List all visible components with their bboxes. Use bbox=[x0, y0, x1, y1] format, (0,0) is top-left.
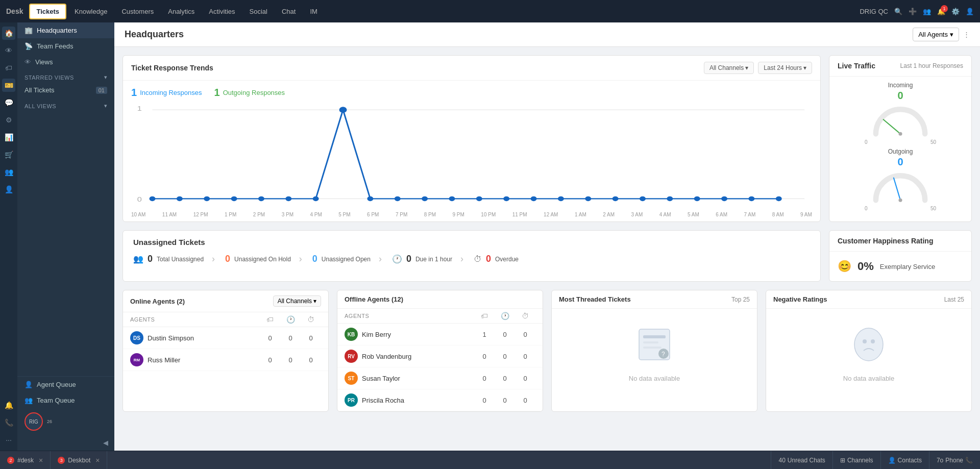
outgoing-gauge: Outgoing 0 0 50 bbox=[838, 147, 963, 211]
svg-point-28 bbox=[899, 132, 902, 136]
contacts-icon: 👤 bbox=[888, 457, 896, 464]
nav-activities[interactable]: Activities bbox=[203, 5, 241, 18]
online-agents-header: Online Agents (2) All Channels ▾ bbox=[123, 290, 328, 312]
online-agents-table: AGENTS 🏷 🕐 ⏱ DS Dustin Simpson 0 0 bbox=[123, 312, 328, 371]
channels-item[interactable]: ⊞ Channels bbox=[832, 451, 880, 470]
user-name[interactable]: DRIG QC bbox=[860, 8, 888, 15]
tickets-icon[interactable]: 🎫 bbox=[2, 79, 15, 92]
tag-icon[interactable]: 🏷 bbox=[2, 61, 15, 75]
bottom-chat-bars: 2 #desk × 3 Deskbot × 40 Unread Chats ⊞ … bbox=[0, 451, 980, 469]
happiness-header: Customer Happiness Rating bbox=[829, 231, 971, 252]
all-views-header[interactable]: ALL VIEWS ▾ bbox=[17, 98, 114, 111]
offline-agents-title: Offline Agents (12) bbox=[345, 295, 403, 303]
agent-stat-3: 0 bbox=[515, 331, 535, 338]
contacts-item[interactable]: 👤 Contacts bbox=[880, 451, 929, 470]
all-tickets-item[interactable]: All Tickets 01 bbox=[24, 84, 107, 96]
agent-name: Rob Vandenburg bbox=[362, 353, 411, 360]
all-channels-btn[interactable]: All Channels ▾ bbox=[704, 62, 754, 74]
chart-icon[interactable]: 📊 bbox=[2, 131, 15, 144]
unread-chats-label: Unread Chats bbox=[788, 457, 825, 464]
desk-chat-badge: 2 bbox=[7, 457, 14, 464]
overdue-label: Overdue bbox=[495, 256, 519, 263]
agent-info: DS Dustin Simpson bbox=[130, 331, 260, 344]
chat-tab-desk[interactable]: 2 #desk × bbox=[0, 451, 51, 470]
agent-queue-item[interactable]: 👤 Agent Queue bbox=[17, 377, 114, 392]
nav-social[interactable]: Social bbox=[243, 5, 274, 18]
svg-point-37 bbox=[863, 339, 867, 343]
due-label: Due in 1 hour bbox=[415, 256, 452, 263]
unread-chats-item[interactable]: 40 Unread Chats bbox=[771, 451, 832, 470]
page-header-right: All Agents ▾ ⋮ bbox=[913, 28, 970, 41]
last-24h-btn[interactable]: Last 24 Hours ▾ bbox=[758, 62, 812, 74]
no-data-illustration2 bbox=[848, 324, 889, 371]
chat-icon[interactable]: 💬 bbox=[2, 96, 15, 109]
incoming-metric: 1 Incoming Responses bbox=[131, 87, 202, 98]
agent-info: KB Kim Berry bbox=[345, 328, 474, 341]
notifications-icon[interactable]: 🔔1 bbox=[937, 8, 945, 15]
team-queue-item[interactable]: 👥 Team Queue bbox=[17, 392, 114, 408]
starred-views-header[interactable]: STARRED VIEWS ▾ bbox=[24, 74, 107, 81]
all-agents-button[interactable]: All Agents ▾ bbox=[913, 28, 959, 41]
agents-icon[interactable]: 👥 bbox=[923, 8, 931, 15]
nav-customers[interactable]: Customers bbox=[115, 5, 160, 18]
deskbot-close-icon[interactable]: × bbox=[95, 456, 100, 464]
agent-stat-3: 0 bbox=[515, 397, 535, 404]
overdue-count: 0 bbox=[486, 254, 491, 264]
group-icon[interactable]: 👥 bbox=[2, 165, 15, 179]
agents-col-label2: AGENTS bbox=[345, 313, 474, 319]
search-icon[interactable]: 🔍 bbox=[894, 8, 902, 15]
add-icon[interactable]: ➕ bbox=[909, 8, 917, 15]
most-threaded-no-data: ? No data available bbox=[552, 309, 757, 398]
more-options-icon[interactable]: ⋮ bbox=[963, 31, 970, 38]
phone-icon: 📞 bbox=[965, 457, 973, 464]
chat-tab-deskbot[interactable]: 3 Deskbot × bbox=[51, 451, 107, 470]
online-all-channels-btn[interactable]: All Channels ▾ bbox=[273, 295, 321, 307]
agent-stat-1: 0 bbox=[474, 353, 495, 360]
svg-point-18 bbox=[531, 196, 537, 201]
desk-close-icon[interactable]: × bbox=[39, 456, 43, 464]
dashboard-row-2: Unassigned Tickets 👥 0 Total Unassigned … bbox=[122, 230, 972, 282]
phone2-icon[interactable]: 📞 bbox=[2, 416, 15, 429]
nav-knowledge[interactable]: Knowledge bbox=[68, 5, 113, 18]
svg-point-24 bbox=[694, 196, 700, 201]
negative-ratings-card: Negative Ratings Last 25 No da bbox=[766, 290, 972, 412]
svg-text:?: ? bbox=[662, 351, 665, 358]
feeds-icon: 📡 bbox=[24, 42, 33, 50]
views-item[interactable]: 👁 Views bbox=[17, 54, 114, 70]
nav-tickets[interactable]: Tickets bbox=[29, 4, 66, 19]
agent-stat-1: 0 bbox=[474, 375, 495, 382]
smile-icon: 😊 bbox=[838, 260, 851, 273]
left-panel: 🏢 Headquarters 📡 Team Feeds 👁 Views STAR… bbox=[17, 22, 114, 451]
user-avatar-top[interactable]: 👤 bbox=[966, 8, 974, 15]
nav-chat[interactable]: Chat bbox=[276, 5, 302, 18]
person-icon[interactable]: 👤 bbox=[2, 183, 15, 196]
page-header: Headquarters All Agents ▾ ⋮ bbox=[114, 22, 980, 47]
settings-icon[interactable]: ⚙️ bbox=[951, 8, 960, 15]
more-icon[interactable]: ··· bbox=[2, 433, 15, 447]
deskbot-chat-label: Deskbot bbox=[68, 457, 90, 464]
outgoing-gauge-minmax: 0 50 bbox=[865, 206, 936, 211]
agents-col-label: AGENTS bbox=[130, 316, 260, 323]
cart-icon[interactable]: 🛒 bbox=[2, 148, 15, 161]
svg-text:1: 1 bbox=[137, 105, 142, 112]
all-tickets-count: 01 bbox=[96, 87, 107, 94]
home-icon[interactable]: 🏠 bbox=[2, 27, 15, 40]
bottom-avatar-section: RIG 26 bbox=[17, 408, 114, 435]
offline-agents-table: AGENTS 🏷 🕐 ⏱ KB Kim Berry 1 0 bbox=[337, 309, 543, 411]
nav-im[interactable]: IM bbox=[304, 5, 323, 18]
settings2-icon[interactable]: ⚙ bbox=[2, 113, 15, 127]
team-feeds-item[interactable]: 📡 Team Feeds bbox=[17, 38, 114, 54]
svg-point-19 bbox=[558, 196, 564, 201]
bottom-right: 40 Unread Chats ⊞ Channels 👤 Contacts 7o… bbox=[771, 451, 980, 470]
headquarters-item[interactable]: 🏢 Headquarters bbox=[17, 22, 114, 38]
collapse-button[interactable]: ◀ bbox=[17, 435, 114, 451]
trends-body: 1 Incoming Responses 1 Outgoing Response… bbox=[123, 81, 820, 221]
phone-item[interactable]: 7o Phone 📞 bbox=[929, 451, 980, 470]
user-avatar-bottom[interactable]: RIG bbox=[24, 412, 43, 431]
svg-point-29 bbox=[899, 199, 902, 202]
alert-icon[interactable]: 🔔 bbox=[2, 399, 15, 412]
nav-analytics[interactable]: Analytics bbox=[162, 5, 201, 18]
dropdown-icon2: ▾ bbox=[745, 64, 748, 71]
contacts-icon[interactable]: 👁 bbox=[2, 44, 15, 57]
icon-sidebar: 🏠 👁 🏷 🎫 💬 ⚙ 📊 🛒 👥 👤 🔔 📞 ··· bbox=[0, 22, 17, 451]
